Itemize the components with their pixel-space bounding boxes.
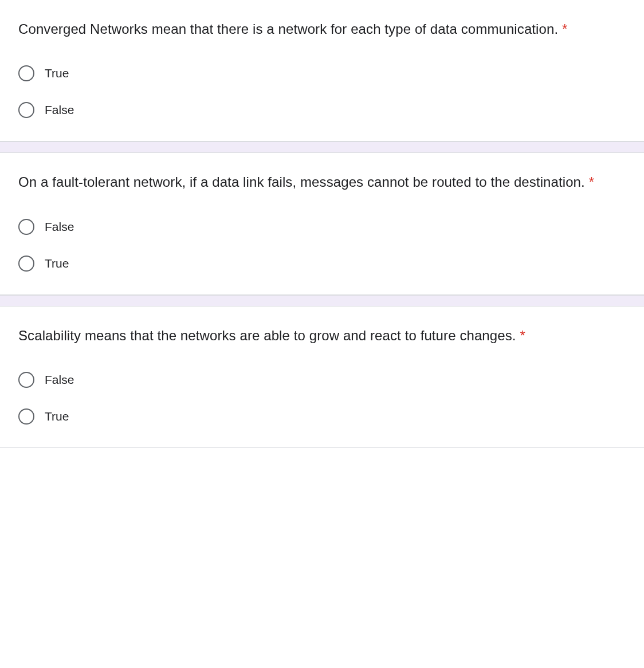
radio-option[interactable]: False (18, 372, 626, 388)
radio-icon (18, 219, 34, 235)
option-label: False (45, 373, 74, 387)
required-marker: * (589, 174, 594, 190)
question-text: Scalability means that the networks are … (18, 325, 626, 347)
required-marker: * (520, 328, 525, 343)
option-label: False (45, 103, 74, 117)
card-divider (0, 295, 644, 307)
radio-option[interactable]: True (18, 256, 626, 272)
question-prompt: On a fault-tolerant network, if a data l… (18, 174, 585, 190)
radio-option[interactable]: True (18, 65, 626, 81)
question-prompt: Converged Networks mean that there is a … (18, 21, 558, 37)
question-text: Converged Networks mean that there is a … (18, 18, 626, 40)
option-label: True (45, 66, 69, 80)
option-label: True (45, 257, 69, 270)
radio-option[interactable]: True (18, 408, 626, 425)
option-label: False (45, 220, 74, 234)
question-prompt: Scalability means that the networks are … (18, 328, 516, 343)
question-text: On a fault-tolerant network, if a data l… (18, 171, 626, 193)
radio-icon (18, 102, 34, 118)
option-label: True (45, 410, 69, 423)
radio-icon (18, 372, 34, 388)
question-card: On a fault-tolerant network, if a data l… (0, 153, 644, 294)
radio-option[interactable]: False (18, 219, 626, 235)
question-card: Converged Networks mean that there is a … (0, 0, 644, 142)
radio-icon (18, 256, 34, 272)
radio-icon (18, 408, 34, 425)
card-divider (0, 142, 644, 153)
question-card: Scalability means that the networks are … (0, 307, 644, 448)
radio-option[interactable]: False (18, 102, 626, 118)
required-marker: * (562, 21, 567, 37)
radio-icon (18, 65, 34, 81)
